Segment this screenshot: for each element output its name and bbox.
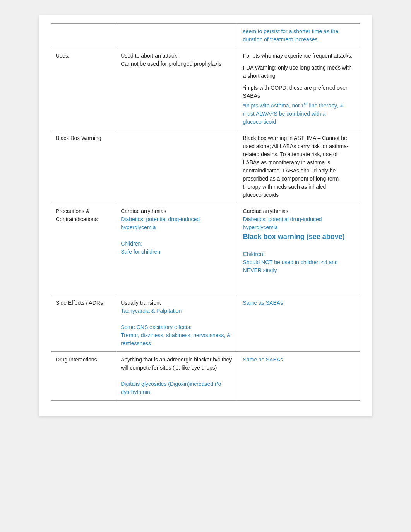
cell-label-blackbox: Black Box Warning (51, 130, 116, 203)
cell-label-precautions: Precautions &Contraindications (51, 203, 116, 295)
saba-uses-text: Used to abort an attackCannot be used fo… (121, 52, 233, 68)
cell-laba-sideeffects: Same as SABAs (238, 295, 360, 351)
laba-uses-italic: *In pts with Asthma, not 1st line therap… (243, 102, 343, 125)
laba-prec-children-label: Children: (243, 250, 355, 258)
table-row-sideeffects: Side Effects / ADRs Usually transient Ta… (51, 295, 360, 351)
laba-prec-line1: Cardiac arrythmias (243, 207, 355, 215)
label-druginteractions: Drug Interactions (56, 356, 97, 363)
cell-label (51, 24, 116, 48)
label-precautions: Precautions &Contraindications (56, 208, 98, 222)
laba-uses-block2: FDA Warning: only use long acting meds w… (243, 64, 355, 80)
cell-laba: seem to persist for a shorter time as th… (238, 24, 360, 48)
cell-saba-uses: Used to abort an attackCannot be used fo… (116, 48, 238, 130)
saba-prec-line2: Diabetics: potential drug-induced hyperg… (121, 215, 233, 232)
cell-laba-druginteractions: Same as SABAs (238, 351, 360, 400)
laba-uses-block3: *in pts with COPD, these are preferred o… (243, 84, 355, 126)
saba-prec-line1: Cardiac arrythmias (121, 207, 233, 215)
cell-label-sideeffects: Side Effects / ADRs (51, 295, 116, 351)
table-row-blackbox: Black Box Warning Black box warning in A… (51, 130, 360, 203)
label-sideeffects: Side Effects / ADRs (56, 300, 103, 306)
laba-prec-line2: Diabetics: potential drug-induced hyperg… (243, 215, 355, 232)
page: seem to persist for a shorter time as th… (39, 15, 372, 416)
table-row: seem to persist for a shorter time as th… (51, 24, 360, 48)
laba-prec-children-text: Should NOT be used in children <4 and NE… (243, 258, 355, 275)
cell-laba-uses: For pts who may experience frequent atta… (238, 48, 360, 130)
comparison-table: seem to persist for a shorter time as th… (51, 23, 360, 401)
cell-laba-blackbox: Black box warning in ASTHMA – Cannot be … (238, 130, 360, 203)
laba-prec-blackbox: Black box warning (see above) (243, 232, 355, 242)
saba-prec-children-label: Children: (121, 240, 233, 248)
table-row-uses: Uses: Used to abort an attackCannot be u… (51, 48, 360, 130)
laba-text: seem to persist for a shorter time as th… (243, 28, 339, 43)
cell-saba (116, 24, 238, 48)
laba-uses-block1: For pts who may experience frequent atta… (243, 52, 355, 60)
cell-saba-precautions: Cardiac arrythmias Diabetics: potential … (116, 203, 238, 295)
table-row-druginteractions: Drug Interactions Anything that is an ad… (51, 351, 360, 400)
table-row-precautions: Precautions &Contraindications Cardiac a… (51, 203, 360, 295)
cell-label-uses: Uses: (51, 48, 116, 130)
cell-saba-druginteractions: Anything that is an adrenergic blocker b… (116, 351, 238, 400)
laba-di-text: Same as SABAs (243, 356, 283, 363)
cell-laba-precautions: Cardiac arrythmias Diabetics: potential … (238, 203, 360, 295)
saba-di-line2: Digitalis glycosides (Digoxin)increased … (121, 380, 233, 396)
saba-se-line3: Some CNS excitatory effects:Tremor, dizz… (121, 323, 233, 348)
saba-prec-children-text: Safe for children (121, 248, 233, 256)
label-blackbox: Black Box Warning (56, 135, 101, 141)
cell-label-druginteractions: Drug Interactions (51, 351, 116, 400)
laba-se-text: Same as SABAs (243, 300, 283, 306)
saba-se-line1: Usually transient (121, 299, 233, 307)
label-uses: Uses: (56, 53, 70, 59)
cell-saba-blackbox (116, 130, 238, 203)
cell-saba-sideeffects: Usually transient Tachycardia & Palpitat… (116, 295, 238, 351)
saba-se-line2: Tachycardia & Palpitation (121, 307, 233, 315)
saba-di-line1: Anything that is an adrenergic blocker b… (121, 356, 233, 372)
laba-blackbox-text: Black box warning in ASTHMA – Cannot be … (243, 135, 349, 198)
